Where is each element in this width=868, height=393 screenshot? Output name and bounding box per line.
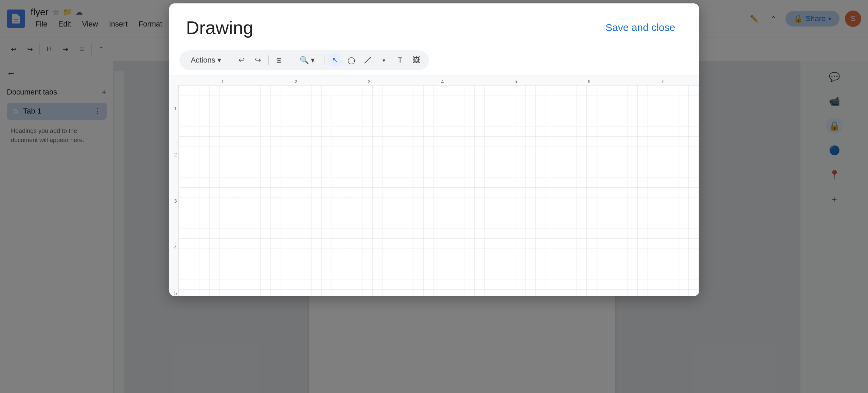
dt-sep4 xyxy=(324,55,324,65)
actions-arrow-icon: ▾ xyxy=(217,56,221,65)
image-tool-btn[interactable]: 🖼 xyxy=(409,53,424,67)
ruler-mark-3: 3 xyxy=(368,79,371,84)
v-ruler-5: 5 xyxy=(174,291,177,296)
ruler-mark-4: 4 xyxy=(441,79,444,84)
v-ruler-3: 3 xyxy=(174,198,177,204)
svg-line-2 xyxy=(365,57,371,63)
v-ruler-4: 4 xyxy=(174,244,177,250)
line-arrow-btn[interactable]: ▾ xyxy=(377,53,391,67)
draw-undo-btn[interactable]: ↩ xyxy=(234,53,249,67)
dt-sep2 xyxy=(268,55,269,65)
ruler-mark-2: 2 xyxy=(295,79,297,84)
shapes-btn[interactable]: ◯ xyxy=(344,53,358,67)
actions-label: Actions xyxy=(191,56,215,65)
v-ruler-1: 1 xyxy=(174,106,177,111)
v-ruler-2: 2 xyxy=(174,152,177,157)
ruler-mark-6: 6 xyxy=(588,79,590,84)
select-all-btn[interactable]: ⊞ xyxy=(272,53,286,67)
draw-canvas-body: 1 2 3 4 5 xyxy=(169,85,699,296)
draw-redo-btn[interactable]: ↪ xyxy=(251,53,265,67)
draw-ruler-vertical: 1 2 3 4 5 xyxy=(169,85,179,296)
line-tool-btn[interactable] xyxy=(360,53,375,67)
ruler-mark-1: 1 xyxy=(221,79,224,84)
modal-title: Drawing xyxy=(186,17,253,38)
drawing-modal: Drawing Save and close Actions ▾ ↩ ↪ ⊞ xyxy=(169,3,699,296)
drawing-toolbar: Actions ▾ ↩ ↪ ⊞ 🔍 ▾ ↖ xyxy=(169,45,699,76)
draw-toolbar-inner: Actions ▾ ↩ ↪ ⊞ 🔍 ▾ ↖ xyxy=(179,50,429,70)
dt-sep1 xyxy=(231,55,231,65)
zoom-icon: 🔍 xyxy=(300,56,309,65)
modal-header: Drawing Save and close xyxy=(169,3,699,45)
ruler-mark-5: 5 xyxy=(514,79,517,84)
save-close-button[interactable]: Save and close xyxy=(599,18,682,37)
draw-zoom-arrow: ▾ xyxy=(311,56,315,65)
draw-canvas[interactable] xyxy=(179,85,699,296)
drawing-canvas-container: 1 2 3 4 5 6 7 1 2 3 xyxy=(169,76,699,296)
modal-overlay: Drawing Save and close Actions ▾ ↩ ↪ ⊞ xyxy=(0,0,868,393)
cursor-tool-btn[interactable]: ↖ xyxy=(328,53,342,67)
draw-ruler-horizontal: 1 2 3 4 5 6 7 xyxy=(169,76,699,85)
ruler-mark-7: 7 xyxy=(661,79,664,84)
dt-sep3 xyxy=(290,55,290,65)
draw-zoom-btn[interactable]: 🔍 ▾ xyxy=(294,53,321,67)
text-tool-btn[interactable]: T xyxy=(393,53,407,67)
actions-dropdown[interactable]: Actions ▾ xyxy=(185,53,227,67)
